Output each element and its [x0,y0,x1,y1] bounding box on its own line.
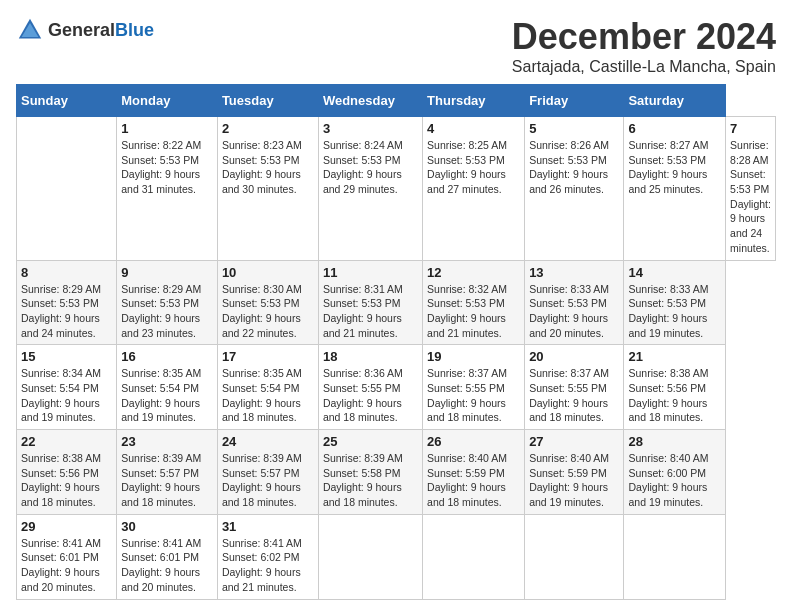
sunrise-label: Sunrise: 8:25 AM [427,139,507,151]
day-number: 4 [427,121,520,136]
day-info: Sunrise: 8:23 AM Sunset: 5:53 PM Dayligh… [222,138,314,197]
calendar-day-cell: 9 Sunrise: 8:29 AM Sunset: 5:53 PM Dayli… [117,260,218,345]
day-info: Sunrise: 8:37 AM Sunset: 5:55 PM Dayligh… [427,366,520,425]
day-number: 24 [222,434,314,449]
daylight-label: Daylight: 9 hours and 19 minutes. [529,481,608,508]
daylight-label: Daylight: 9 hours and 18 minutes. [427,481,506,508]
day-info: Sunrise: 8:35 AM Sunset: 5:54 PM Dayligh… [222,366,314,425]
day-number: 23 [121,434,213,449]
day-number: 1 [121,121,213,136]
weekday-header-row: SundayMondayTuesdayWednesdayThursdayFrid… [17,85,776,117]
sunset-label: Sunset: 5:56 PM [21,467,99,479]
sunset-label: Sunset: 6:01 PM [121,551,199,563]
sunset-label: Sunset: 5:58 PM [323,467,401,479]
weekday-header-saturday: Saturday [624,85,726,117]
day-number: 22 [21,434,112,449]
day-number: 21 [628,349,721,364]
day-info: Sunrise: 8:24 AM Sunset: 5:53 PM Dayligh… [323,138,418,197]
calendar-day-cell: 7 Sunrise: 8:28 AM Sunset: 5:53 PM Dayli… [726,117,776,261]
sunset-label: Sunset: 5:53 PM [427,154,505,166]
calendar-day-cell: 19 Sunrise: 8:37 AM Sunset: 5:55 PM Dayl… [423,345,525,430]
day-number: 5 [529,121,619,136]
daylight-label: Daylight: 9 hours and 21 minutes. [222,566,301,593]
sunrise-label: Sunrise: 8:41 AM [21,537,101,549]
sunrise-label: Sunrise: 8:34 AM [21,367,101,379]
sunrise-label: Sunrise: 8:30 AM [222,283,302,295]
daylight-label: Daylight: 9 hours and 18 minutes. [323,481,402,508]
day-number: 27 [529,434,619,449]
sunrise-label: Sunrise: 8:39 AM [121,452,201,464]
calendar-day-cell: 28 Sunrise: 8:40 AM Sunset: 6:00 PM Dayl… [624,430,726,515]
weekday-header-sunday: Sunday [17,85,117,117]
sunset-label: Sunset: 5:53 PM [529,297,607,309]
sunrise-label: Sunrise: 8:32 AM [427,283,507,295]
sunset-label: Sunset: 5:56 PM [628,382,706,394]
day-info: Sunrise: 8:31 AM Sunset: 5:53 PM Dayligh… [323,282,418,341]
day-number: 26 [427,434,520,449]
day-number: 25 [323,434,418,449]
day-number: 31 [222,519,314,534]
logo-text-blue: Blue [115,20,154,40]
sunset-label: Sunset: 5:53 PM [323,154,401,166]
day-number: 28 [628,434,721,449]
day-info: Sunrise: 8:36 AM Sunset: 5:55 PM Dayligh… [323,366,418,425]
sunrise-label: Sunrise: 8:37 AM [427,367,507,379]
day-number: 2 [222,121,314,136]
day-info: Sunrise: 8:38 AM Sunset: 5:56 PM Dayligh… [628,366,721,425]
sunrise-label: Sunrise: 8:33 AM [628,283,708,295]
sunset-label: Sunset: 6:02 PM [222,551,300,563]
sunset-label: Sunset: 5:53 PM [730,168,769,195]
calendar-day-cell: 20 Sunrise: 8:37 AM Sunset: 5:55 PM Dayl… [525,345,624,430]
weekday-header-monday: Monday [117,85,218,117]
daylight-label: Daylight: 9 hours and 18 minutes. [529,397,608,424]
sunrise-label: Sunrise: 8:29 AM [121,283,201,295]
day-number: 13 [529,265,619,280]
daylight-label: Daylight: 9 hours and 30 minutes. [222,168,301,195]
sunset-label: Sunset: 5:53 PM [121,154,199,166]
day-info: Sunrise: 8:41 AM Sunset: 6:01 PM Dayligh… [121,536,213,595]
calendar-day-cell: 5 Sunrise: 8:26 AM Sunset: 5:53 PM Dayli… [525,117,624,261]
daylight-label: Daylight: 9 hours and 18 minutes. [427,397,506,424]
calendar-day-cell: 30 Sunrise: 8:41 AM Sunset: 6:01 PM Dayl… [117,514,218,599]
day-info: Sunrise: 8:39 AM Sunset: 5:57 PM Dayligh… [222,451,314,510]
calendar-day-cell: 27 Sunrise: 8:40 AM Sunset: 5:59 PM Dayl… [525,430,624,515]
day-info: Sunrise: 8:40 AM Sunset: 6:00 PM Dayligh… [628,451,721,510]
calendar-day-cell: 18 Sunrise: 8:36 AM Sunset: 5:55 PM Dayl… [318,345,422,430]
sunrise-label: Sunrise: 8:37 AM [529,367,609,379]
empty-cell [624,514,726,599]
day-info: Sunrise: 8:26 AM Sunset: 5:53 PM Dayligh… [529,138,619,197]
sunset-label: Sunset: 5:53 PM [628,297,706,309]
sunrise-label: Sunrise: 8:31 AM [323,283,403,295]
sunrise-label: Sunrise: 8:28 AM [730,139,769,166]
daylight-label: Daylight: 9 hours and 26 minutes. [529,168,608,195]
day-number: 30 [121,519,213,534]
sunset-label: Sunset: 5:53 PM [628,154,706,166]
sunrise-label: Sunrise: 8:23 AM [222,139,302,151]
calendar-day-cell: 17 Sunrise: 8:35 AM Sunset: 5:54 PM Dayl… [217,345,318,430]
sunset-label: Sunset: 5:53 PM [529,154,607,166]
empty-cell [318,514,422,599]
day-number: 8 [21,265,112,280]
sunset-label: Sunset: 5:57 PM [222,467,300,479]
day-info: Sunrise: 8:39 AM Sunset: 5:57 PM Dayligh… [121,451,213,510]
sunrise-label: Sunrise: 8:26 AM [529,139,609,151]
day-info: Sunrise: 8:38 AM Sunset: 5:56 PM Dayligh… [21,451,112,510]
day-info: Sunrise: 8:35 AM Sunset: 5:54 PM Dayligh… [121,366,213,425]
calendar-day-cell: 8 Sunrise: 8:29 AM Sunset: 5:53 PM Dayli… [17,260,117,345]
sunset-label: Sunset: 5:55 PM [427,382,505,394]
day-info: Sunrise: 8:33 AM Sunset: 5:53 PM Dayligh… [529,282,619,341]
day-info: Sunrise: 8:41 AM Sunset: 6:01 PM Dayligh… [21,536,112,595]
sunset-label: Sunset: 5:54 PM [222,382,300,394]
calendar-day-cell: 2 Sunrise: 8:23 AM Sunset: 5:53 PM Dayli… [217,117,318,261]
daylight-label: Daylight: 9 hours and 23 minutes. [121,312,200,339]
month-title: December 2024 [512,16,776,58]
weekday-header-thursday: Thursday [423,85,525,117]
sunrise-label: Sunrise: 8:39 AM [222,452,302,464]
logo: GeneralBlue [16,16,154,44]
day-info: Sunrise: 8:32 AM Sunset: 5:53 PM Dayligh… [427,282,520,341]
daylight-label: Daylight: 9 hours and 24 minutes. [21,312,100,339]
calendar-day-cell: 22 Sunrise: 8:38 AM Sunset: 5:56 PM Dayl… [17,430,117,515]
sunrise-label: Sunrise: 8:22 AM [121,139,201,151]
weekday-header-wednesday: Wednesday [318,85,422,117]
day-number: 16 [121,349,213,364]
